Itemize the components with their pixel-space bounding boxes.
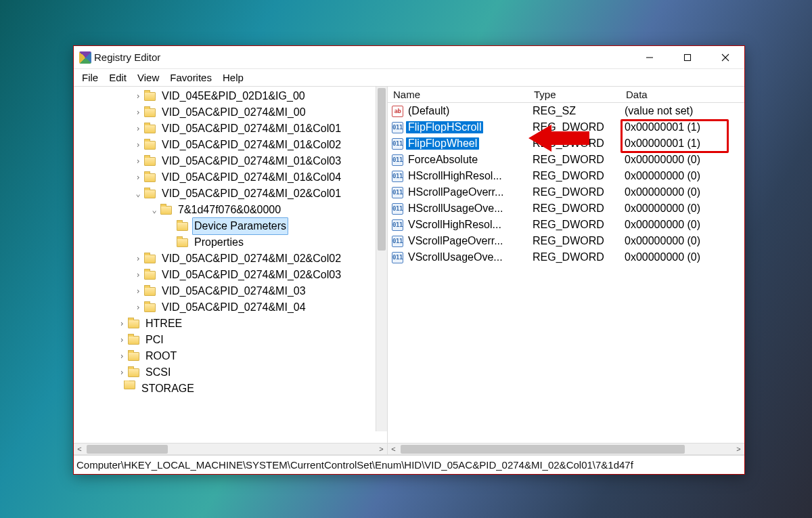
tree-node[interactable]: ›SCSI xyxy=(74,364,387,381)
values-horizontal-scrollbar[interactable]: < > xyxy=(388,443,744,454)
value-row[interactable]: 0͏1͏1FlipFlopHScrollREG_DWORD0x00000001 … xyxy=(388,119,744,135)
expand-icon[interactable]: › xyxy=(133,299,143,316)
titlebar[interactable]: Registry Editor xyxy=(74,46,744,69)
app-icon xyxy=(79,51,91,64)
expand-icon[interactable]: › xyxy=(133,267,143,283)
reg-dword-icon: 0͏1͏1 xyxy=(392,171,403,182)
expand-icon[interactable]: › xyxy=(133,251,143,267)
value-row[interactable]: 0͏1͏1FlipFlopWheelREG_DWORD0x00000001 (1… xyxy=(388,135,744,152)
tree-node[interactable]: ›PCI xyxy=(74,332,387,348)
menu-file[interactable]: File xyxy=(76,70,104,85)
expand-icon[interactable]: › xyxy=(133,169,143,186)
value-data: 0x00000000 (0) xyxy=(621,154,744,166)
values-header[interactable]: Name Type Data xyxy=(388,87,744,103)
collapse-icon[interactable]: ⌄ xyxy=(133,186,143,202)
column-type[interactable]: Type xyxy=(528,89,621,100)
reg-dword-icon: 0͏1͏1 xyxy=(392,203,403,215)
tree-node[interactable]: ›VID_05AC&PID_0274&MI_01&Col01 xyxy=(74,121,387,137)
value-row[interactable]: 0͏1͏1HScrollPageOverr...REG_DWORD0x00000… xyxy=(388,184,744,200)
expand-icon[interactable]: › xyxy=(133,153,143,169)
tree-node-label: VID_05AC&PID_0274&MI_01&Col04 xyxy=(160,169,343,186)
menu-favorites[interactable]: Favorites xyxy=(164,70,217,85)
value-data: 0x00000001 (1) xyxy=(621,121,744,133)
tree-node[interactable]: ›HTREE xyxy=(74,316,387,332)
scrollbar-thumb[interactable] xyxy=(401,445,685,454)
tree-node[interactable]: ›VID_05AC&PID_0274&MI_03 xyxy=(74,283,387,299)
menu-edit[interactable]: Edit xyxy=(104,70,132,85)
value-row[interactable]: 0͏1͏1HScrollHighResol...REG_DWORD0x00000… xyxy=(388,168,744,184)
tree-node-label: VID_05AC&PID_0274&MI_00 xyxy=(160,104,308,121)
value-data: 0x00000000 (0) xyxy=(621,219,744,231)
value-data: 0x00000000 (0) xyxy=(621,251,744,263)
expand-icon[interactable]: › xyxy=(133,104,143,121)
scrollbar-thumb[interactable] xyxy=(87,445,168,454)
tree-node[interactable]: ›VID_05AC&PID_0274&MI_02&Col03 xyxy=(74,267,387,283)
tree-node[interactable]: ›ROOT xyxy=(74,348,387,364)
column-data[interactable]: Data xyxy=(621,89,744,100)
close-button[interactable] xyxy=(706,46,744,69)
folder-icon xyxy=(144,303,156,312)
value-data: 0x00000000 (0) xyxy=(621,235,744,247)
scroll-right-icon[interactable]: > xyxy=(733,444,744,455)
value-row[interactable]: 0͏1͏1VScrollPageOverr...REG_DWORD0x00000… xyxy=(388,233,744,249)
value-type: REG_DWORD xyxy=(528,154,621,166)
value-row[interactable]: ab(Default)REG_SZ(value not set) xyxy=(388,103,744,119)
value-name: HScrollUsageOve... xyxy=(406,202,505,215)
value-name: (Default) xyxy=(406,105,451,117)
expand-icon[interactable]: › xyxy=(117,364,127,381)
scroll-right-icon[interactable]: > xyxy=(376,444,387,455)
tree-node[interactable]: ›VID_05AC&PID_0274&MI_04 xyxy=(74,299,387,316)
statusbar-path: Computer\HKEY_LOCAL_MACHINE\SYSTEM\Curre… xyxy=(76,459,633,471)
expand-icon[interactable]: › xyxy=(133,121,143,137)
expand-icon[interactable]: › xyxy=(117,348,127,364)
registry-tree[interactable]: ›VID_045E&PID_02D1&IG_00›VID_05AC&PID_02… xyxy=(74,88,387,393)
maximize-button[interactable] xyxy=(669,46,706,69)
tree-node[interactable]: ›VID_05AC&PID_0274&MI_00 xyxy=(74,104,387,121)
tree-node[interactable]: ›VID_05AC&PID_0274&MI_02&Col02 xyxy=(74,251,387,267)
value-row[interactable]: 0͏1͏1VScrollUsageOve...REG_DWORD0x000000… xyxy=(388,249,744,265)
scrollbar-thumb[interactable] xyxy=(378,88,386,251)
tree-node-label: SCSI xyxy=(143,364,173,381)
expand-icon[interactable]: › xyxy=(133,88,143,104)
minimize-button[interactable] xyxy=(631,46,669,69)
tree-node[interactable]: ›VID_05AC&PID_0274&MI_01&Col02 xyxy=(74,137,387,153)
column-name[interactable]: Name xyxy=(388,89,528,100)
expand-icon[interactable]: › xyxy=(117,316,127,332)
tree-node[interactable]: ›VID_05AC&PID_0274&MI_01&Col04 xyxy=(74,169,387,186)
tree-node[interactable]: ⌄VID_05AC&PID_0274&MI_02&Col01 xyxy=(74,186,387,202)
tree-scroll-area[interactable]: ›VID_045E&PID_02D1&IG_00›VID_05AC&PID_02… xyxy=(74,87,387,443)
tree-pane: ›VID_045E&PID_02D1&IG_00›VID_05AC&PID_02… xyxy=(74,87,388,454)
tree-node[interactable]: Device Parameters xyxy=(74,218,387,234)
tree-horizontal-scrollbar[interactable]: < > xyxy=(74,443,387,454)
tree-node-label: VID_05AC&PID_0274&MI_01&Col03 xyxy=(160,153,343,169)
expand-icon[interactable]: › xyxy=(133,137,143,153)
value-name: ForceAbsolute xyxy=(406,154,480,166)
scroll-left-icon[interactable]: < xyxy=(74,444,85,455)
menu-view[interactable]: View xyxy=(132,70,164,85)
tree-node[interactable]: STORAGE xyxy=(74,381,387,393)
value-name: VScrollHighResol... xyxy=(406,219,503,231)
folder-icon xyxy=(124,381,135,389)
folder-icon xyxy=(144,141,156,150)
tree-node[interactable]: ›VID_045E&PID_02D1&IG_00 xyxy=(74,88,387,104)
tree-node[interactable]: ›VID_05AC&PID_0274&MI_01&Col03 xyxy=(74,153,387,169)
value-row[interactable]: 0͏1͏1ForceAbsoluteREG_DWORD0x00000000 (0… xyxy=(388,152,744,168)
close-icon xyxy=(721,53,729,62)
scroll-left-icon[interactable]: < xyxy=(388,444,399,455)
expand-icon[interactable]: › xyxy=(133,283,143,299)
tree-node[interactable]: ⌄7&1d47f076&0&0000 xyxy=(74,202,387,218)
content-split: ›VID_045E&PID_02D1&IG_00›VID_05AC&PID_02… xyxy=(74,87,744,455)
values-list[interactable]: ab(Default)REG_SZ(value not set)0͏1͏1Fli… xyxy=(388,103,744,443)
value-type: REG_DWORD xyxy=(528,186,621,198)
tree-node[interactable]: Properties xyxy=(74,234,387,251)
expand-icon[interactable]: › xyxy=(117,332,127,348)
value-row[interactable]: 0͏1͏1VScrollHighResol...REG_DWORD0x00000… xyxy=(388,217,744,233)
menu-help[interactable]: Help xyxy=(217,70,249,85)
value-row[interactable]: 0͏1͏1HScrollUsageOve...REG_DWORD0x000000… xyxy=(388,200,744,217)
value-name: VScrollUsageOve... xyxy=(406,251,505,263)
scrollbar-track[interactable] xyxy=(399,444,733,455)
scrollbar-track[interactable] xyxy=(85,444,376,455)
tree-vertical-scrollbar[interactable] xyxy=(376,87,387,431)
value-name: FlipFlopHScroll xyxy=(406,121,483,133)
collapse-icon[interactable]: ⌄ xyxy=(150,202,159,218)
